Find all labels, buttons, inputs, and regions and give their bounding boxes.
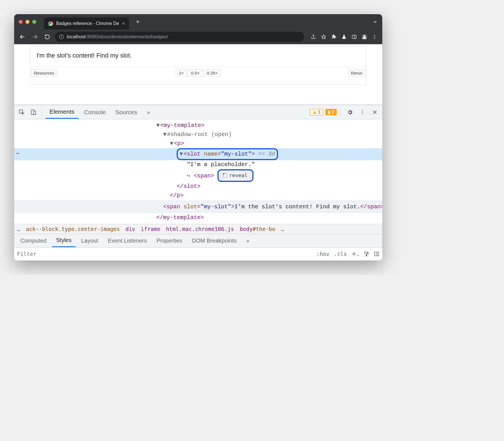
tree-node-reveal[interactable]: ↪ <span> reveal [14,169,382,182]
slot-content-text: I'm the slot's content! Find my slot. [30,47,366,59]
svg-rect-9 [352,35,356,39]
tabs-overflow-icon[interactable]: » [143,106,154,118]
tab-layout[interactable]: Layout [77,235,102,247]
breadcrumb-item[interactable]: body#the-bo [240,226,275,232]
address-bar: localhost:8080/docs/devtools/elements/ba… [14,29,382,44]
reload-button[interactable] [42,32,52,42]
breadcrumb-overflow-right[interactable]: … [281,226,284,232]
svg-rect-28 [366,255,367,256]
extensions-icon[interactable] [330,33,338,41]
zoom-controls: 1× 0.5× 0.25× [176,69,221,77]
minimize-window-button[interactable] [25,20,29,24]
tab-event-listeners[interactable]: Event Listeners [104,235,151,247]
device-toggle-icon[interactable] [28,107,39,117]
cls-toggle[interactable]: .cls [334,251,347,257]
tree-node[interactable]: </slot> [14,182,382,191]
svg-point-14 [374,37,375,37]
back-button[interactable] [18,32,27,42]
styles-tabbar: Computed Styles Layout Event Listeners P… [14,234,382,247]
labs-icon[interactable] [340,33,348,41]
tab-elements[interactable]: Elements [46,105,78,119]
toolbar-actions [309,33,379,41]
zoom-025x-button[interactable]: 0.25× [204,69,221,77]
reveal-icon [223,173,227,177]
tree-node-selected[interactable]: ⋯ ▼<slot name="my-slot"> == $0 [14,148,382,160]
settings-gear-icon[interactable] [345,107,355,117]
tab-close-button[interactable]: ✕ [122,21,125,26]
tree-node-shadow[interactable]: ▼#shadow-root (open) [14,130,382,139]
inspect-element-icon[interactable] [16,107,27,117]
paint-format-icon[interactable] [364,251,369,257]
titlebar: Badges reference - Chrome De ✕ + [14,14,382,29]
tree-node-span-slot[interactable]: <span slot="my-slot">I'm the slot's cont… [14,200,382,213]
breadcrumb-item[interactable]: html.mac.chrome106.js [166,226,234,232]
new-style-rule-icon[interactable] [351,251,359,256]
warnings-badge[interactable]: ▲1 [310,109,323,116]
more-menu-icon[interactable] [357,107,368,117]
tab-console[interactable]: Console [80,106,110,118]
tab-title: Badges reference - Chrome De [56,21,119,26]
side-panel-icon[interactable] [350,33,358,41]
tree-text-node[interactable]: "I'm a placeholder." [14,160,382,169]
tree-node[interactable]: ▼<my-template> [14,121,382,130]
share-icon[interactable] [309,33,318,41]
url-input[interactable]: localhost:8080/docs/devtools/elements/ba… [55,32,304,42]
browser-window: Badges reference - Chrome De ✕ + localho… [14,14,382,260]
tree-node[interactable]: </my-template> [14,213,382,222]
tree-node[interactable]: ▼<p> [14,139,382,148]
breadcrumb-item[interactable]: iframe [141,226,161,232]
url-text: localhost:8080/docs/devtools/elements/ba… [67,34,168,40]
site-info-icon[interactable] [59,34,64,39]
hov-toggle[interactable]: :hov [316,251,329,257]
breadcrumb-item[interactable]: div [125,226,135,232]
divider [341,108,341,116]
zoom-1x-button[interactable]: 1× [176,69,187,77]
rerun-button[interactable]: Rerun [348,69,366,77]
svg-point-13 [374,35,375,36]
tab-sources[interactable]: Sources [112,106,141,118]
spacer [14,85,382,105]
collapsed-indicator-icon: ⋯ [16,149,20,159]
svg-point-19 [362,110,363,111]
chrome-favicon-icon [48,21,53,26]
forward-button[interactable] [30,32,40,42]
svg-marker-8 [322,35,326,39]
svg-point-1 [50,22,52,25]
svg-point-6 [61,36,62,36]
breadcrumb-item[interactable]: ack--block.type.center-images [26,226,120,232]
dom-tree[interactable]: ▼<my-template> ▼#shadow-root (open) ▼<p>… [14,119,382,224]
tabs-dropdown-icon[interactable] [373,19,378,24]
profile-icon[interactable] [360,33,369,41]
svg-point-12 [363,35,365,37]
chrome-menu-icon[interactable] [370,33,379,41]
tab-properties[interactable]: Properties [153,235,186,247]
svg-rect-27 [364,252,368,253]
traffic-lights [19,20,36,24]
computed-sidebar-toggle-icon[interactable] [374,251,379,257]
bookmark-icon[interactable] [319,33,328,41]
close-devtools-icon[interactable] [370,107,380,117]
browser-tab[interactable]: Badges reference - Chrome De ✕ [44,18,129,29]
styles-toolbar: :hov .cls [14,247,382,260]
tab-dom-breakpoints[interactable]: DOM Breakpoints [188,235,241,247]
tab-computed[interactable]: Computed [16,235,50,247]
styles-tabs-overflow-icon[interactable]: » [242,235,253,247]
styles-filter-input[interactable] [17,251,86,257]
tab-styles[interactable]: Styles [52,234,75,247]
new-tab-button[interactable]: + [136,18,140,26]
reveal-badge[interactable]: reveal [220,171,251,181]
svg-point-21 [362,113,363,114]
divider [42,108,42,116]
maximize-window-button[interactable] [32,20,36,24]
demo-toolbar: Resources 1× 0.5× 0.25× Rerun [30,67,366,79]
demo-container: I'm the slot's content! Find my slot. Re… [30,46,366,85]
issues-badge[interactable]: ▮2 [325,109,337,115]
dom-breadcrumb[interactable]: … ack--block.type.center-images div ifra… [14,224,382,234]
svg-rect-29 [375,252,379,256]
close-window-button[interactable] [19,20,23,24]
breadcrumb-overflow-left[interactable]: … [17,226,20,232]
tree-node[interactable]: </p> [14,191,382,200]
resources-button[interactable]: Resources [31,69,57,77]
devtools-panel: Elements Console Sources » ▲1 ▮2 ▼<my-te… [14,105,382,260]
zoom-05x-button[interactable]: 0.5× [188,69,203,77]
